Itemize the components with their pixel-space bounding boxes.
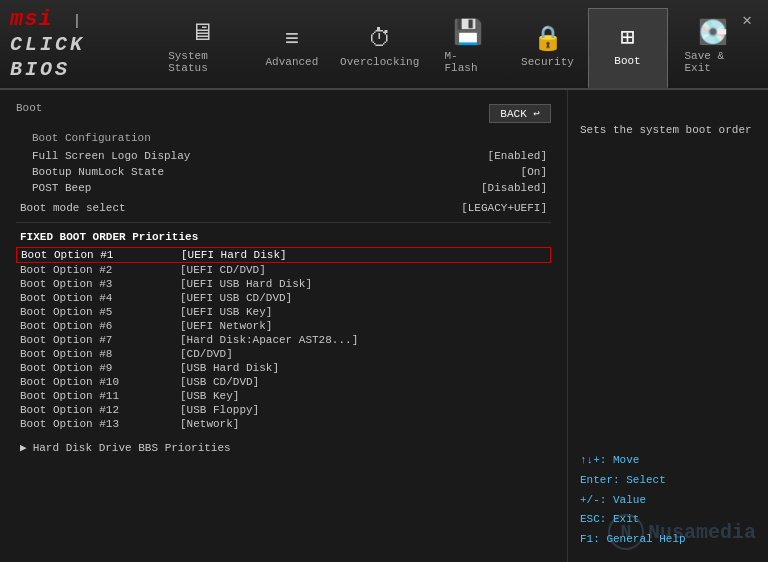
boot-option[interactable]: Boot Option #2[UEFI CD/DVD]: [16, 263, 551, 277]
menu-item-value: [On]: [521, 166, 547, 178]
boot-option-label: Boot Option #5: [20, 306, 180, 318]
nav-tab-security[interactable]: 🔒Security: [508, 8, 588, 88]
boot-option-label: Boot Option #8: [20, 348, 180, 360]
boot-option-value: [UEFI USB CD/DVD]: [180, 292, 292, 304]
boot-option-label: Boot Option #6: [20, 320, 180, 332]
boot-mode-item[interactable]: Boot mode select [LEGACY+UEFI]: [16, 200, 551, 216]
boot-option-label: Boot Option #2: [20, 264, 180, 276]
key-label: +/-:: [580, 494, 606, 506]
boot-option-value: [UEFI CD/DVD]: [180, 264, 266, 276]
boot-option[interactable]: Boot Option #5[UEFI USB Key]: [16, 305, 551, 319]
boot-option-value: [UEFI USB Hard Disk]: [180, 278, 312, 290]
system-status-label: System Status: [168, 50, 235, 74]
hdd-priority-label: Hard Disk Drive BBS Priorities: [33, 442, 231, 454]
header: msi | CLICK BIOS 🖥System Status≡Advanced…: [0, 0, 768, 90]
boot-option[interactable]: Boot Option #7[Hard Disk:Apacer AST28...…: [16, 333, 551, 347]
divider: [16, 222, 551, 223]
nav-tab-m-flash[interactable]: 💾M-Flash: [428, 8, 508, 88]
boot-option[interactable]: Boot Option #10[USB CD/DVD]: [16, 375, 551, 389]
boot-option-label: Boot Option #11: [20, 390, 180, 402]
key-label: F1:: [580, 533, 600, 545]
right-panel: Sets the system boot order ↑↓+: MoveEnte…: [568, 90, 768, 562]
boot-option[interactable]: Boot Option #3[UEFI USB Hard Disk]: [16, 277, 551, 291]
menu-item-label: Bootup NumLock State: [32, 166, 164, 178]
boot-option-label: Boot Option #7: [20, 334, 180, 346]
close-button[interactable]: ✕: [736, 8, 758, 32]
menu-item-label: Full Screen Logo Display: [32, 150, 190, 162]
key-action: Select: [626, 474, 666, 486]
boot-option[interactable]: Boot Option #6[UEFI Network]: [16, 319, 551, 333]
logo: msi | CLICK BIOS: [10, 7, 131, 82]
system-status-icon: 🖥: [190, 22, 214, 46]
boot-option-value: [UEFI USB Key]: [180, 306, 272, 318]
watermark-text: Nusamedia: [648, 521, 756, 544]
boot-option-label: Boot Option #9: [20, 362, 180, 374]
boot-option-label: Boot Option #3: [20, 278, 180, 290]
key-action: Value: [613, 494, 646, 506]
watermark-circle: N: [608, 514, 644, 550]
overclocking-icon: ⏱: [368, 28, 392, 52]
boot-option-label: Boot Option #12: [20, 404, 180, 416]
main-area: Boot BACK ↩ Boot Configuration Full Scre…: [0, 90, 768, 562]
boot-option[interactable]: Boot Option #12[USB Floppy]: [16, 403, 551, 417]
key-hint: ↑↓+: Move: [580, 451, 756, 471]
boot-option-label: Boot Option #1: [21, 249, 181, 261]
boot-mode-label: Boot mode select: [20, 202, 126, 214]
nav-tab-system-status[interactable]: 🖥System Status: [151, 8, 252, 88]
menu-item[interactable]: Full Screen Logo Display[Enabled]: [16, 148, 551, 164]
boot-option-value: [UEFI Hard Disk]: [181, 249, 287, 261]
key-label: ↑↓+:: [580, 454, 606, 466]
boot-option-label: Boot Option #4: [20, 292, 180, 304]
security-icon: 🔒: [533, 28, 563, 52]
nav-tab-boot[interactable]: ⊞Boot: [588, 8, 668, 88]
boot-option-value: [USB Key]: [180, 390, 239, 402]
back-button[interactable]: BACK ↩: [489, 104, 551, 123]
boot-mode-value: [LEGACY+UEFI]: [461, 202, 547, 214]
m-flash-label: M-Flash: [445, 50, 491, 74]
key-action: Move: [613, 454, 639, 466]
key-hint: Enter: Select: [580, 471, 756, 491]
boot-option-value: [Network]: [180, 418, 239, 430]
menu-item-value: [Disabled]: [481, 182, 547, 194]
arrow-right-icon: ▶: [20, 441, 27, 454]
left-panel: Boot BACK ↩ Boot Configuration Full Scre…: [0, 90, 568, 562]
boot-option[interactable]: Boot Option #11[USB Key]: [16, 389, 551, 403]
fixed-boot-header: FIXED BOOT ORDER Priorities: [20, 231, 551, 243]
boot-option-value: [CD/DVD]: [180, 348, 233, 360]
boot-option[interactable]: Boot Option #1[UEFI Hard Disk]: [16, 247, 551, 263]
boot-option-label: Boot Option #10: [20, 376, 180, 388]
key-label: Enter:: [580, 474, 620, 486]
watermark: N Nusamedia: [608, 514, 756, 550]
logo-click-bios: CLICK BIOS: [10, 33, 85, 81]
advanced-label: Advanced: [266, 56, 319, 68]
boot-option[interactable]: Boot Option #13[Network]: [16, 417, 551, 431]
menu-item-value: [Enabled]: [488, 150, 547, 162]
boot-icon: ⊞: [620, 27, 634, 51]
boot-option[interactable]: Boot Option #4[UEFI USB CD/DVD]: [16, 291, 551, 305]
boot-option-value: [USB CD/DVD]: [180, 376, 259, 388]
boot-option-value: [USB Hard Disk]: [180, 362, 279, 374]
security-label: Security: [521, 56, 574, 68]
boot-option[interactable]: Boot Option #9[USB Hard Disk]: [16, 361, 551, 375]
menu-item[interactable]: POST Beep[Disabled]: [16, 180, 551, 196]
nav-tab-overclocking[interactable]: ⏱Overclocking: [332, 8, 428, 88]
hdd-priority[interactable]: ▶ Hard Disk Drive BBS Priorities: [16, 437, 551, 458]
menu-items: Full Screen Logo Display[Enabled]Bootup …: [16, 148, 551, 196]
menu-item-label: POST Beep: [32, 182, 91, 194]
boot-option-value: [USB Floppy]: [180, 404, 259, 416]
m-flash-icon: 💾: [453, 22, 483, 46]
boot-option[interactable]: Boot Option #8[CD/DVD]: [16, 347, 551, 361]
boot-option-label: Boot Option #13: [20, 418, 180, 430]
boot-option-value: [Hard Disk:Apacer AST28...]: [180, 334, 358, 346]
overclocking-label: Overclocking: [340, 56, 419, 68]
key-hint: +/-: Value: [580, 491, 756, 511]
key-label: ESC:: [580, 513, 606, 525]
help-text: Sets the system boot order: [580, 122, 756, 139]
save-exit-label: Save & Exit: [685, 50, 741, 74]
logo-msi: msi: [10, 7, 53, 32]
boot-label: Boot: [614, 55, 640, 67]
watermark-symbol: N: [621, 522, 632, 542]
menu-item[interactable]: Bootup NumLock State[On]: [16, 164, 551, 180]
nav-tab-advanced[interactable]: ≡Advanced: [252, 8, 332, 88]
boot-options: Boot Option #1[UEFI Hard Disk]Boot Optio…: [16, 247, 551, 431]
